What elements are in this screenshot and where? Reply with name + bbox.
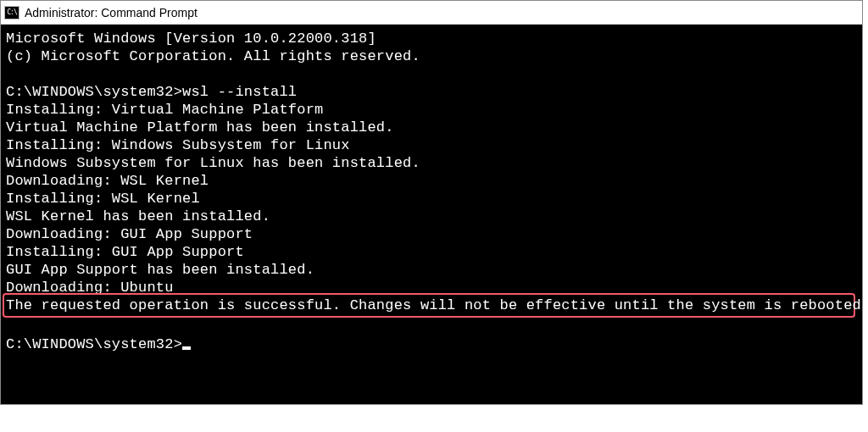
output-line: GUI App Support has been installed.	[6, 262, 314, 278]
output-line: Downloading: WSL Kernel	[6, 173, 209, 189]
output-line: Virtual Machine Platform has been instal…	[6, 119, 394, 136]
success-highlight: The requested operation is successful. C…	[3, 293, 855, 318]
prompt: C:\WINDOWS\system32>	[6, 84, 182, 100]
prompt: C:\WINDOWS\system32>	[6, 336, 182, 352]
command-prompt-window: C:\ Administrator: Command Prompt Micros…	[0, 0, 863, 405]
output-line: Installing: Virtual Machine Platform	[6, 102, 323, 118]
copyright-line: (c) Microsoft Corporation. All rights re…	[6, 48, 420, 64]
window-title: Administrator: Command Prompt	[25, 6, 198, 19]
output-line: Installing: WSL Kernel	[6, 191, 200, 207]
output-line: Installing: GUI App Support	[6, 244, 244, 260]
output-line: Windows Subsystem for Linux has been ins…	[6, 155, 420, 171]
terminal-output[interactable]: Microsoft Windows [Version 10.0.22000.31…	[1, 25, 862, 404]
success-message: The requested operation is successful. C…	[6, 297, 868, 313]
cmd-icon: C:\	[4, 6, 19, 19]
command-input: wsl --install	[182, 84, 297, 100]
output-line: Downloading: GUI App Support	[6, 226, 253, 242]
output-line: WSL Kernel has been installed.	[6, 208, 270, 224]
output-line: Installing: Windows Subsystem for Linux	[6, 137, 350, 153]
version-line: Microsoft Windows [Version 10.0.22000.31…	[6, 30, 376, 47]
cursor	[182, 346, 191, 350]
titlebar[interactable]: C:\ Administrator: Command Prompt	[1, 1, 862, 25]
